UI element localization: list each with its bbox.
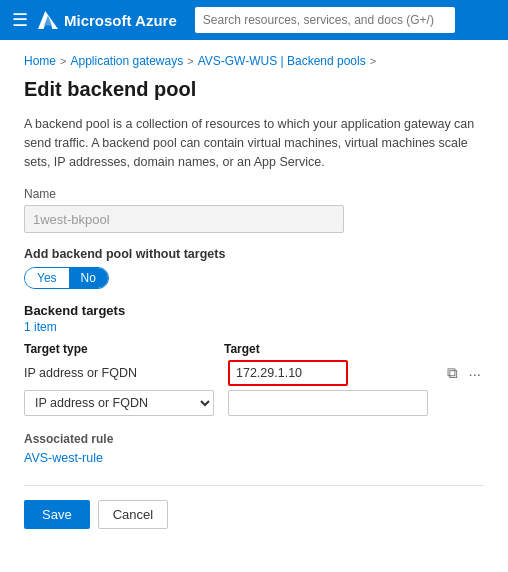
toggle-section: Add backend pool without targets Yes No xyxy=(24,247,484,289)
breadcrumb-sep-1: > xyxy=(60,55,66,67)
main-content: Home > Application gateways > AVS-GW-WUS… xyxy=(0,40,508,549)
backend-targets-title: Backend targets xyxy=(24,303,484,318)
breadcrumb-sep-3: > xyxy=(370,55,376,67)
toggle-label: Add backend pool without targets xyxy=(24,247,484,261)
associated-rule-link[interactable]: AVS-west-rule xyxy=(24,451,103,465)
toggle-group: Yes No xyxy=(24,267,109,289)
breadcrumb-home[interactable]: Home xyxy=(24,54,56,68)
breadcrumb: Home > Application gateways > AVS-GW-WUS… xyxy=(24,54,484,68)
breadcrumb-avs-gw[interactable]: AVS-GW-WUS | Backend pools xyxy=(198,54,366,68)
item-count: 1 item xyxy=(24,320,484,334)
associated-rule-label: Associated rule xyxy=(24,432,484,446)
row1-type: IP address or FQDN xyxy=(24,366,224,380)
toggle-yes-button[interactable]: Yes xyxy=(25,268,69,288)
azure-logo-icon xyxy=(38,10,58,30)
more-icon-button[interactable]: ··· xyxy=(465,363,484,384)
hamburger-icon[interactable]: ☰ xyxy=(12,9,28,31)
cancel-button[interactable]: Cancel xyxy=(98,500,168,529)
azure-logo: Microsoft Azure xyxy=(38,10,177,30)
target-type-select[interactable]: IP address or FQDN xyxy=(24,390,214,416)
targets-table: Target type Target IP address or FQDN ⧉ … xyxy=(24,342,484,416)
col-target: Target xyxy=(224,342,484,356)
top-navbar: ☰ Microsoft Azure xyxy=(0,0,508,40)
page-title: Edit backend pool xyxy=(24,78,484,101)
col-target-type: Target type xyxy=(24,342,224,356)
new-target-input[interactable] xyxy=(228,390,428,416)
copy-icon-button[interactable]: ⧉ xyxy=(444,362,461,384)
breadcrumb-sep-2: > xyxy=(187,55,193,67)
breadcrumb-app-gateways[interactable]: Application gateways xyxy=(70,54,183,68)
row1-target-input[interactable] xyxy=(228,360,348,386)
page-description: A backend pool is a collection of resour… xyxy=(24,115,484,171)
table-row: IP address or FQDN ⧉ ··· xyxy=(24,360,484,386)
search-input[interactable] xyxy=(195,7,455,33)
table-row-new: IP address or FQDN xyxy=(24,390,484,416)
save-button[interactable]: Save xyxy=(24,500,90,529)
divider xyxy=(24,485,484,486)
toggle-no-button[interactable]: No xyxy=(69,268,108,288)
bottom-actions: Save Cancel xyxy=(24,500,484,529)
name-input[interactable] xyxy=(24,205,344,233)
name-label: Name xyxy=(24,187,484,201)
table-header: Target type Target xyxy=(24,342,484,356)
azure-logo-text: Microsoft Azure xyxy=(64,12,177,29)
